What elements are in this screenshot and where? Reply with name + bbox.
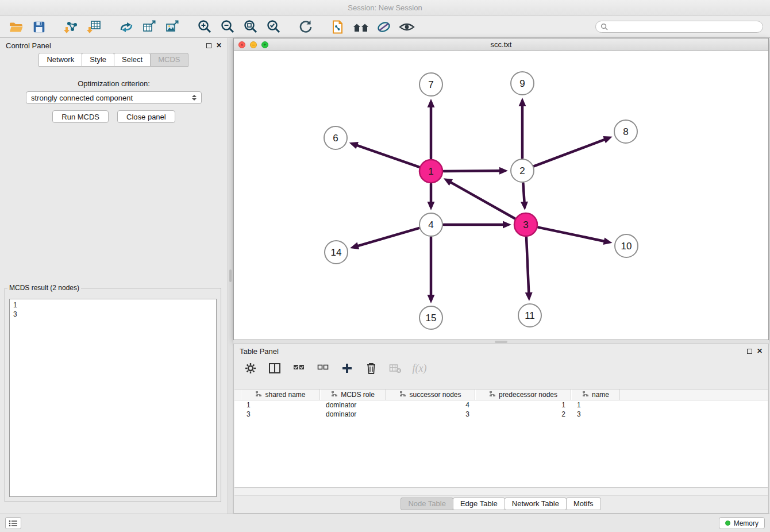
save-session-button[interactable] xyxy=(30,18,48,36)
style-brush-icon xyxy=(376,19,392,35)
splitter-grip-h[interactable] xyxy=(495,341,507,343)
network-window-titlebar[interactable]: × − + scc.txt xyxy=(234,38,768,51)
close-window-button[interactable]: × xyxy=(238,41,245,48)
node-label-15: 15 xyxy=(426,313,437,323)
cell-shared-name[interactable]: 3 xyxy=(241,410,320,418)
edge-3-10[interactable] xyxy=(538,228,604,241)
column-header-successor-nodes[interactable]: successor nodes xyxy=(386,390,475,400)
memory-button[interactable]: Memory xyxy=(719,517,765,529)
function-builder-button: f(x) xyxy=(412,361,427,376)
deselect-all-icon xyxy=(317,363,329,374)
export-network-button[interactable] xyxy=(117,18,136,36)
delete-table-button xyxy=(388,361,403,376)
network-canvas[interactable]: 7968124314101511 xyxy=(234,51,768,340)
table-row[interactable]: 3dominator323 xyxy=(241,410,768,419)
deselect-all-button[interactable] xyxy=(315,361,330,376)
table-tab-motifs[interactable]: Motifs xyxy=(566,498,601,510)
export-image-button[interactable] xyxy=(163,18,182,36)
cell-successor-nodes[interactable]: 3 xyxy=(386,410,475,418)
table-tab-edge-table[interactable]: Edge Table xyxy=(453,498,505,510)
close-panel-button[interactable]: Close panel xyxy=(117,110,175,123)
column-header-MCDS-role[interactable]: MCDS role xyxy=(320,390,386,400)
zoom-window-button[interactable]: + xyxy=(261,41,268,48)
vertical-splitter[interactable] xyxy=(228,38,233,514)
edge-1-6[interactable] xyxy=(357,145,419,167)
float-table-panel-icon[interactable] xyxy=(747,349,752,354)
select-all-button[interactable] xyxy=(291,361,306,376)
column-tree-icon xyxy=(582,391,589,399)
export-table-button[interactable] xyxy=(140,18,159,36)
zoom-selected-button[interactable] xyxy=(264,18,283,36)
optimization-criterion-select[interactable]: strongly connected component xyxy=(26,91,202,104)
column-label: successor nodes xyxy=(409,391,461,399)
export-document-button[interactable] xyxy=(329,18,347,36)
cell-MCDS-role[interactable]: dominator xyxy=(320,401,386,409)
cell-predecessor-nodes[interactable]: 2 xyxy=(475,410,571,418)
add-column-button[interactable] xyxy=(340,361,355,376)
edge-arrow-1-2 xyxy=(499,167,508,175)
task-history-button[interactable] xyxy=(5,517,21,529)
control-panel-tab-network[interactable]: Network xyxy=(38,53,82,67)
splitter-grip[interactable] xyxy=(229,269,232,282)
home-icon xyxy=(352,20,369,34)
control-panel-tabs: NetworkStyleSelectMCDS xyxy=(0,53,228,67)
edge-arrow-2-9 xyxy=(519,98,526,106)
show-columns-button[interactable] xyxy=(267,361,282,376)
edge-2-3[interactable] xyxy=(523,183,524,202)
memory-status-dot xyxy=(725,521,730,526)
close-table-panel-icon[interactable]: ✕ xyxy=(757,348,763,354)
table-tab-network-table[interactable]: Network Table xyxy=(505,498,567,510)
edge-2-8[interactable] xyxy=(534,140,605,166)
node-label-7: 7 xyxy=(428,79,433,90)
control-panel-tab-mcds[interactable]: MCDS xyxy=(150,53,188,67)
search-input[interactable] xyxy=(611,22,758,31)
edge-1-2[interactable] xyxy=(444,171,499,171)
column-header-shared-name[interactable]: shared name xyxy=(241,390,320,400)
node-label-4: 4 xyxy=(428,219,433,230)
cell-name[interactable]: 3 xyxy=(571,410,620,418)
zoom-fit-button[interactable] xyxy=(241,18,260,36)
cell-shared-name[interactable]: 1 xyxy=(241,401,320,409)
open-folder-icon xyxy=(8,20,24,34)
close-panel-icon[interactable]: ✕ xyxy=(216,43,222,48)
control-panel-tab-select[interactable]: Select xyxy=(114,53,151,67)
open-session-button[interactable] xyxy=(7,18,25,36)
cell-name[interactable]: 1 xyxy=(571,401,620,409)
node-label-1: 1 xyxy=(428,166,433,177)
column-header-predecessor-nodes[interactable]: predecessor nodes xyxy=(475,390,571,400)
refresh-layout-button[interactable] xyxy=(297,18,315,36)
node-label-10: 10 xyxy=(621,241,632,252)
edge-4-14[interactable] xyxy=(358,228,419,246)
eye-icon xyxy=(398,20,415,34)
table-scrollbar[interactable] xyxy=(234,488,768,496)
mcds-result-list[interactable]: 13 xyxy=(9,299,217,497)
float-panel-icon[interactable] xyxy=(206,43,211,48)
cell-successor-nodes[interactable]: 4 xyxy=(386,401,475,409)
column-header-name[interactable]: name xyxy=(571,390,620,400)
cell-MCDS-role[interactable]: dominator xyxy=(320,410,386,418)
zoom-out-button[interactable] xyxy=(218,18,237,36)
home-button[interactable] xyxy=(352,18,370,36)
zoom-in-button[interactable] xyxy=(195,18,214,36)
edge-arrow-1-6 xyxy=(349,142,359,149)
table-tab-node-table[interactable]: Node Table xyxy=(401,498,453,510)
zoom-selected-icon xyxy=(266,19,282,34)
show-hide-button[interactable] xyxy=(398,18,416,36)
edge-arrow-3-11 xyxy=(525,292,533,301)
run-mcds-button[interactable]: Run MCDS xyxy=(52,110,109,123)
import-network-button[interactable] xyxy=(62,18,80,36)
export-table-icon xyxy=(141,19,157,35)
edge-3-11[interactable] xyxy=(526,237,529,292)
edge-3-1[interactable] xyxy=(451,183,515,219)
control-panel: Control Panel ✕ NetworkStyleSelectMCDS O… xyxy=(0,38,228,514)
control-panel-tab-style[interactable]: Style xyxy=(82,53,114,67)
window-titlebar[interactable]: Session: New Session xyxy=(0,0,770,16)
cell-predecessor-nodes[interactable]: 1 xyxy=(475,401,571,409)
import-table-button[interactable] xyxy=(85,18,103,36)
minimize-window-button[interactable]: − xyxy=(250,41,257,48)
style-brush-button[interactable] xyxy=(375,18,393,36)
delete-column-button[interactable] xyxy=(364,361,379,376)
table-row[interactable]: 1dominator411 xyxy=(241,400,768,410)
table-settings-button[interactable] xyxy=(243,361,258,376)
export-image-icon xyxy=(164,19,180,35)
